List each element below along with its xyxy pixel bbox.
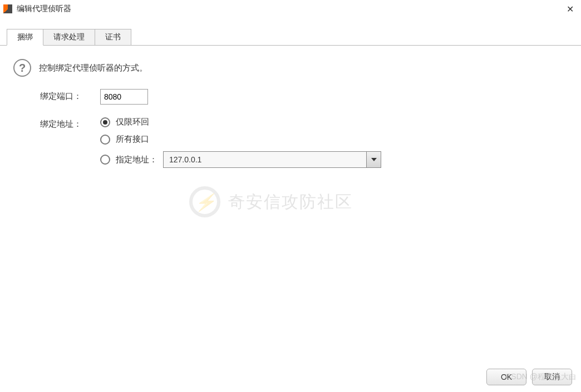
- window-title: 编辑代理侦听器: [17, 4, 71, 14]
- radio-specific-label: 指定地址：: [116, 155, 157, 165]
- specific-address-value: 127.0.0.1: [169, 155, 201, 164]
- binding-panel: ? 控制绑定代理侦听器的方式。 绑定端口： 绑定地址： 仅限环回: [0, 46, 581, 168]
- watermark-logo-icon: ⚡: [189, 186, 220, 217]
- radio-loopback-label: 仅限环回: [116, 117, 149, 127]
- close-icon[interactable]: ✕: [563, 4, 577, 14]
- tab-certificate[interactable]: 证书: [95, 29, 131, 46]
- tab-request-handling[interactable]: 请求处理: [43, 29, 95, 46]
- radio-all-label: 所有接口: [116, 134, 149, 145]
- dialog-button-bar: OK 取消: [486, 369, 572, 385]
- radio-all-interfaces[interactable]: 所有接口: [100, 134, 568, 145]
- specific-address-select[interactable]: 127.0.0.1: [163, 151, 381, 168]
- radio-icon: [100, 155, 110, 165]
- port-label: 绑定端口：: [40, 89, 100, 102]
- tab-binding[interactable]: 捆绑: [7, 29, 43, 46]
- cancel-button[interactable]: 取消: [532, 369, 572, 385]
- radio-loopback[interactable]: 仅限环回: [100, 117, 568, 127]
- chevron-down-icon[interactable]: [366, 152, 381, 167]
- port-input[interactable]: [100, 89, 148, 105]
- radio-icon: [100, 135, 110, 145]
- binding-description: 控制绑定代理侦听器的方式。: [39, 63, 147, 73]
- watermark-text: 奇安信攻防社区: [228, 191, 353, 214]
- ok-button[interactable]: OK: [486, 369, 526, 385]
- app-icon: [3, 4, 12, 13]
- help-icon[interactable]: ?: [13, 59, 31, 77]
- tab-strip: 捆绑 请求处理 证书: [0, 29, 581, 46]
- watermark: ⚡ 奇安信攻防社区: [189, 186, 353, 217]
- radio-icon: [100, 117, 110, 127]
- radio-specific-address[interactable]: 指定地址： 127.0.0.1: [100, 151, 568, 168]
- address-label: 绑定地址：: [40, 117, 100, 130]
- window-titlebar: 编辑代理侦听器 ✕: [0, 0, 581, 18]
